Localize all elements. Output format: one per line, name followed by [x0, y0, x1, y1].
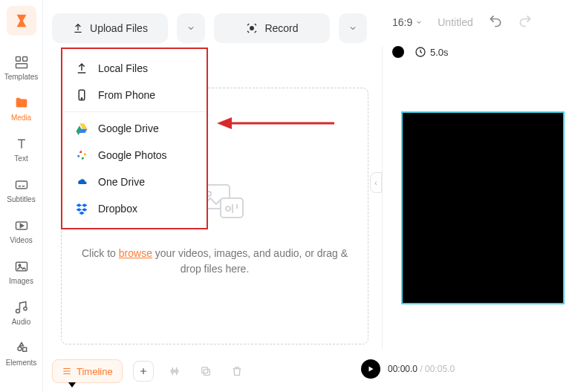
- sidebar-label: Media: [11, 114, 31, 122]
- add-clip-button[interactable]: [133, 361, 154, 382]
- delete-button[interactable]: [227, 361, 247, 382]
- upload-label: Upload Files: [90, 22, 148, 34]
- dd-label: Google Drive: [98, 122, 159, 134]
- dd-label: One Drive: [98, 176, 145, 188]
- app-logo: [7, 6, 36, 36]
- sidebar-label: Images: [9, 277, 33, 285]
- dd-label: Local Files: [98, 62, 148, 74]
- sidebar-label: Videos: [10, 236, 32, 244]
- dropdown-item-google-drive[interactable]: Google Drive: [62, 115, 207, 142]
- preview-header: 16:9 Untitled: [392, 13, 533, 30]
- elements-icon: [13, 339, 30, 357]
- svg-rect-3: [16, 181, 27, 189]
- videos-icon: [13, 217, 30, 235]
- record-icon: [245, 22, 259, 35]
- annotation-arrow: [217, 113, 336, 134]
- project-title[interactable]: Untitled: [438, 16, 472, 28]
- sidebar-label: Subtitles: [7, 195, 35, 203]
- clip-color-dot[interactable]: [392, 46, 404, 58]
- browse-link[interactable]: browse: [119, 247, 152, 259]
- dd-label: Google Photos: [98, 149, 167, 161]
- dropdown-item-one-drive[interactable]: One Drive: [62, 169, 207, 195]
- dropdown-item-from-phone[interactable]: From Phone: [62, 82, 207, 108]
- top-toolbar: Upload Files Record: [52, 13, 367, 43]
- playback-controls: 00:00.0 / 00:05.0: [361, 359, 455, 379]
- play-button[interactable]: [361, 359, 380, 379]
- total-time: 00:05.0: [425, 364, 455, 374]
- divider: [382, 46, 383, 349]
- onedrive-icon: [74, 174, 89, 189]
- sidebar-label: Audio: [12, 318, 31, 326]
- record-dropdown-toggle[interactable]: [339, 13, 367, 43]
- duration-control[interactable]: 5.0s: [415, 46, 449, 58]
- svg-rect-1: [22, 57, 27, 62]
- sidebar-item-templates[interactable]: Templates: [3, 49, 40, 85]
- media-icon: [13, 94, 30, 112]
- upload-source-dropdown: Local Files From Phone Google Drive Goog…: [61, 48, 208, 229]
- sidebar-label: Text: [14, 154, 27, 163]
- svg-point-8: [250, 27, 254, 30]
- google-drive-icon: [74, 121, 89, 136]
- templates-icon: [13, 53, 30, 71]
- dd-label: Dropbox: [98, 203, 137, 215]
- video-preview[interactable]: [401, 111, 565, 304]
- dropdown-separator: [62, 111, 207, 112]
- sidebar-item-audio[interactable]: Audio: [3, 294, 40, 330]
- sidebar-item-videos[interactable]: Videos: [3, 212, 40, 249]
- upload-dropdown-toggle[interactable]: [177, 13, 205, 43]
- upload-icon: [74, 61, 89, 76]
- dropzone-text: Click to browse your videos, images, and…: [81, 246, 348, 277]
- subtitles-icon: [13, 176, 30, 194]
- split-button[interactable]: [164, 361, 185, 382]
- svg-point-15: [81, 98, 82, 99]
- dropdown-item-local-files[interactable]: Local Files: [62, 55, 207, 82]
- chevron-down-icon: [186, 24, 195, 33]
- dropdown-item-dropbox[interactable]: Dropbox: [62, 195, 207, 222]
- dropbox-icon: [74, 201, 89, 216]
- time-display: 00:00.0 / 00:05.0: [388, 364, 455, 374]
- timeline-icon: [62, 366, 72, 376]
- record-label: Record: [264, 22, 298, 34]
- svg-rect-21: [201, 368, 207, 373]
- clock-icon: [415, 46, 426, 58]
- sidebar: Templates Media Text Subtitles Videos Im…: [0, 0, 43, 392]
- sidebar-item-images[interactable]: Images: [3, 253, 40, 290]
- text-icon: [13, 135, 30, 153]
- dropdown-item-google-photos[interactable]: Google Photos: [62, 142, 207, 169]
- duration-value: 5.0s: [430, 47, 449, 58]
- phone-icon: [74, 88, 89, 102]
- timeline-header: 5.0s: [392, 46, 449, 58]
- duplicate-button[interactable]: [195, 361, 216, 382]
- google-photos-icon: [74, 148, 89, 163]
- playhead-marker[interactable]: [68, 382, 76, 390]
- svg-rect-0: [16, 57, 20, 62]
- upload-files-button[interactable]: Upload Files: [52, 13, 168, 43]
- images-icon: [13, 258, 30, 275]
- flexclip-logo-icon: [13, 13, 30, 29]
- record-button[interactable]: Record: [214, 13, 330, 43]
- svg-rect-2: [16, 64, 27, 68]
- sidebar-label: Elements: [6, 359, 37, 367]
- sidebar-label: Templates: [4, 73, 39, 81]
- redo-button[interactable]: [518, 13, 533, 30]
- bottom-toolbar: Timeline: [52, 359, 247, 383]
- dd-label: From Phone: [98, 89, 155, 101]
- timeline-label: Timeline: [77, 366, 113, 377]
- chevron-down-icon: [348, 24, 357, 33]
- current-time: 00:00.0: [388, 364, 417, 374]
- sidebar-item-text[interactable]: Text: [3, 131, 40, 167]
- undo-button[interactable]: [488, 13, 503, 30]
- audio-icon: [13, 298, 30, 316]
- panel-collapse-handle[interactable]: ‹: [370, 172, 382, 193]
- sidebar-item-subtitles[interactable]: Subtitles: [3, 172, 40, 208]
- timeline-tab[interactable]: Timeline: [52, 359, 123, 383]
- ratio-value: 16:9: [392, 16, 412, 28]
- svg-marker-17: [217, 117, 232, 129]
- svg-point-7: [23, 307, 26, 310]
- upload-icon: [72, 22, 84, 34]
- aspect-ratio-selector[interactable]: 16:9: [392, 16, 423, 28]
- sidebar-item-media[interactable]: Media: [3, 90, 40, 126]
- chevron-down-icon: [415, 19, 423, 26]
- sidebar-item-elements[interactable]: Elements: [3, 335, 40, 371]
- svg-rect-20: [204, 369, 209, 375]
